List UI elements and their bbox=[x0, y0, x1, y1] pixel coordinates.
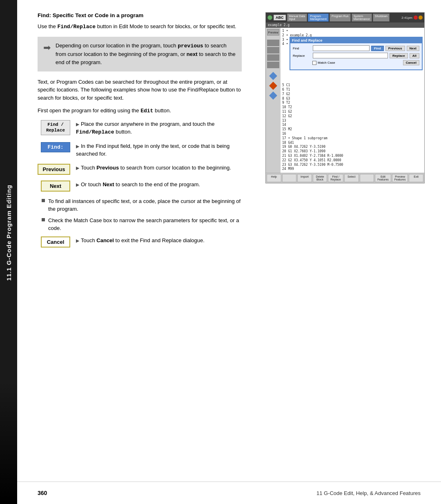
code-line-18: 18 G41 bbox=[282, 141, 423, 145]
tab-manual[interactable]: Manual DataInput bbox=[287, 13, 307, 22]
cancel-button[interactable]: Cancel bbox=[41, 236, 70, 248]
side-btn-4[interactable] bbox=[267, 62, 279, 68]
screen-status-icons bbox=[414, 16, 423, 20]
dialog-match-case-row: Match Case Cancel bbox=[293, 60, 419, 65]
code-line-8: 8 G3 bbox=[282, 97, 423, 101]
bullet-arrow-1: ▶ bbox=[76, 122, 79, 127]
toolbar-select[interactable]: Select bbox=[344, 174, 359, 182]
replace-input[interactable] bbox=[313, 53, 388, 58]
code-line-11: 11 G2 bbox=[282, 110, 423, 114]
button-col-1: Find /Replace bbox=[38, 120, 70, 135]
next-keyword: next bbox=[187, 51, 198, 57]
note-box: ➡ Depending on cursor location in the pr… bbox=[38, 37, 242, 71]
match-case-checkbox[interactable] bbox=[312, 61, 316, 65]
toolbar-import[interactable]: Import bbox=[297, 174, 312, 182]
instr-text-3: ▶Touch Previous to search from cursor lo… bbox=[76, 164, 250, 172]
screen-sidebar-buttons: Preview bbox=[266, 28, 281, 173]
code-line-10: 10 T2 bbox=[282, 105, 423, 110]
bullet-square-1 bbox=[42, 199, 45, 202]
bullet-item-1: To find all instances of specific text, … bbox=[38, 197, 242, 213]
find-replace-button[interactable]: Find /Replace bbox=[41, 120, 70, 135]
edit-keyword: Edit bbox=[140, 108, 153, 114]
program-file-bar: example 2.g bbox=[266, 22, 424, 28]
previous-button[interactable]: Previous bbox=[38, 164, 70, 175]
toolbar-delete-block[interactable]: DeleteBlock bbox=[313, 174, 327, 182]
bullet-arrow-4: ▶ bbox=[76, 182, 79, 187]
dialog-next-button[interactable]: Next bbox=[407, 46, 419, 51]
side-btn-1[interactable] bbox=[267, 40, 279, 46]
toolbar-exit[interactable]: Exit bbox=[409, 174, 423, 182]
page-number: 360 bbox=[38, 490, 47, 496]
dialog-all-button[interactable]: All bbox=[410, 53, 419, 58]
bullet-text-1: To find all instances of specific text, … bbox=[48, 197, 242, 213]
dialog-replace-row: Replace Replace All bbox=[293, 53, 419, 58]
footer: 360 11 G-Code Edit, Help, & Advanced Fea… bbox=[17, 482, 441, 504]
bullet-item-2: Check the Match Case box to narrow the s… bbox=[38, 216, 242, 232]
instr-text-2: ▶In the Find input field, type in only t… bbox=[76, 142, 250, 158]
find-button[interactable]: Find: bbox=[41, 142, 70, 152]
screen-time: 2:41pm bbox=[401, 16, 412, 20]
tab-run[interactable]: Program Run bbox=[330, 13, 351, 22]
side-btn-2[interactable] bbox=[267, 47, 279, 54]
tab-shutdown[interactable]: Shutdown bbox=[373, 13, 390, 22]
toolbar-edit-features[interactable]: EditFeatures bbox=[375, 174, 391, 182]
screen-toolbar: Help Import DeleteBlock Find /Replace Se… bbox=[266, 173, 424, 183]
dialog-replace-button[interactable]: Replace bbox=[390, 53, 408, 58]
toolbar-help[interactable]: Help bbox=[267, 174, 281, 182]
diamond-icon-2 bbox=[269, 82, 277, 90]
dialog-find-button[interactable]: Find bbox=[371, 46, 384, 51]
dialog-cancel-button[interactable]: Cancel bbox=[403, 60, 419, 65]
intro-paragraph: Use the Find/Replace button in Edit Mode… bbox=[38, 22, 242, 31]
previous-bold: Previous bbox=[96, 165, 119, 171]
instr-text-cancel: ▶Touch Cancel to exit the Find and Repla… bbox=[76, 236, 250, 245]
note-text: Depending on cursor location in the prog… bbox=[56, 42, 236, 67]
find-label: Find bbox=[293, 47, 311, 50]
dialog-previous-button[interactable]: Previous bbox=[385, 46, 405, 51]
bullet-arrow-2: ▶ bbox=[76, 144, 79, 149]
cancel-bold: Cancel bbox=[96, 237, 114, 243]
bullet-text-2: Check the Match Case box to narrow the s… bbox=[48, 216, 242, 232]
find-replace-inline: Find/Replace bbox=[57, 24, 96, 30]
screen-body: Preview 1 • 2 • example 2.g 3 • 4 • Find… bbox=[266, 28, 424, 173]
abc-button: ABC bbox=[274, 15, 286, 20]
side-btn-3[interactable] bbox=[267, 54, 279, 61]
button-col-2: Find: bbox=[38, 142, 70, 152]
tab-system[interactable]: SystemMaintenance bbox=[352, 13, 372, 22]
status-orange-icon bbox=[419, 16, 423, 20]
code-line-17: 17 • Shape 1 subprogram bbox=[282, 136, 423, 141]
instruction-find: Find: ▶In the Find input field, type in … bbox=[38, 142, 250, 158]
dialog-title: Find and Replace bbox=[290, 38, 422, 43]
match-case-label: Match Case bbox=[318, 61, 335, 65]
next-button[interactable]: Next bbox=[41, 181, 70, 192]
code-line-9: 9 T2 bbox=[282, 101, 423, 105]
code-line-14: 14 bbox=[282, 123, 423, 127]
bullet-arrow-cancel: ▶ bbox=[76, 238, 79, 243]
screen-code-area: 1 • 2 • example 2.g 3 • 4 • Find and Rep… bbox=[281, 28, 424, 173]
toolbar-empty2 bbox=[360, 174, 374, 182]
instruction-previous: Previous ▶Touch Previous to search from … bbox=[38, 164, 250, 175]
code-line-6: 6 T1 bbox=[282, 88, 423, 92]
sidebar-title: 11.1 G-Code Program Editing bbox=[5, 185, 12, 281]
note-arrow-icon: ➡ bbox=[43, 42, 51, 53]
code-line-5: 5 C1 bbox=[282, 83, 423, 88]
body-paragraph-2: First open the program for editing using… bbox=[38, 107, 242, 115]
chapter-title: 11 G-Code Edit, Help, & Advanced Feature… bbox=[316, 490, 421, 496]
dialog-find-row: Find Find Previous Next bbox=[293, 45, 419, 51]
code-line-21: 21 G3 X1.0402 Y-2.7384 R-1.0000 bbox=[282, 154, 423, 158]
button-col-3: Previous bbox=[38, 164, 70, 175]
code-line-1: 1 • bbox=[282, 29, 423, 33]
find-replace-bold: Find/Replace bbox=[76, 129, 114, 135]
toolbar-preview-features[interactable]: PreviewFeatures bbox=[392, 174, 408, 182]
find-input[interactable] bbox=[313, 45, 370, 51]
code-line-24: 24 M99 bbox=[282, 167, 423, 172]
sidebar-bottom-gradient bbox=[0, 381, 17, 504]
preview-button[interactable]: Preview bbox=[267, 29, 279, 36]
body-paragraph-1: Text, or Program Codes can be searched f… bbox=[38, 78, 242, 102]
instr-text-1: ▶Place the cursor anywhere in the progra… bbox=[76, 120, 250, 136]
bullet-arrow-3: ▶ bbox=[76, 165, 79, 170]
tab-program[interactable]: ProgramManagement bbox=[308, 13, 329, 22]
cancel-instruction: Cancel ▶Touch Cancel to exit the Find an… bbox=[38, 236, 250, 248]
toolbar-find-replace[interactable]: Find /Replace bbox=[328, 174, 343, 182]
status-red-icon bbox=[414, 16, 418, 20]
screen-topbar: ABC Manual DataInput ProgramManagement P… bbox=[266, 13, 424, 22]
